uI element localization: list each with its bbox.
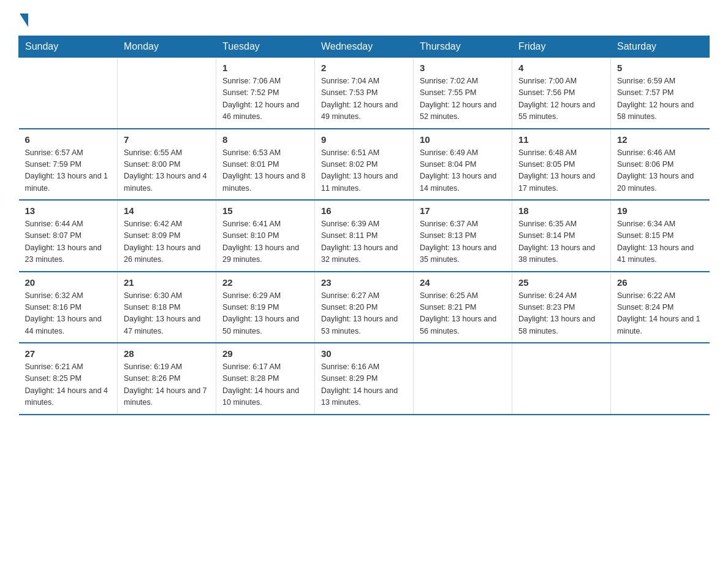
calendar-cell: 9Sunrise: 6:51 AM Sunset: 8:02 PM Daylig…: [315, 129, 414, 201]
day-number: 25: [518, 277, 604, 288]
day-info: Sunrise: 6:34 AM Sunset: 8:15 PM Dayligh…: [617, 218, 703, 266]
calendar-cell: 23Sunrise: 6:27 AM Sunset: 8:20 PM Dayli…: [315, 272, 414, 343]
calendar-cell: 7Sunrise: 6:55 AM Sunset: 8:00 PM Daylig…: [118, 129, 216, 201]
day-info: Sunrise: 6:51 AM Sunset: 8:02 PM Dayligh…: [321, 147, 407, 195]
page-header: [18, 12, 710, 25]
calendar-cell: 3Sunrise: 7:02 AM Sunset: 7:55 PM Daylig…: [414, 58, 512, 129]
day-number: 11: [518, 134, 604, 145]
col-header-sunday: Sunday: [19, 36, 118, 58]
day-number: 1: [222, 63, 308, 73]
calendar-cell: 21Sunrise: 6:30 AM Sunset: 8:18 PM Dayli…: [118, 272, 216, 343]
day-info: Sunrise: 6:32 AM Sunset: 8:16 PM Dayligh…: [25, 290, 112, 338]
calendar-cell: 12Sunrise: 6:46 AM Sunset: 8:06 PM Dayli…: [611, 129, 710, 201]
day-number: 29: [222, 348, 308, 359]
day-number: 16: [321, 205, 407, 216]
day-info: Sunrise: 6:41 AM Sunset: 8:10 PM Dayligh…: [222, 218, 308, 266]
calendar-cell: 2Sunrise: 7:04 AM Sunset: 7:53 PM Daylig…: [315, 58, 414, 129]
calendar-cell: 8Sunrise: 6:53 AM Sunset: 8:01 PM Daylig…: [216, 129, 315, 201]
day-number: 10: [420, 134, 506, 145]
day-number: 19: [617, 205, 703, 216]
calendar-week-row: 13Sunrise: 6:44 AM Sunset: 8:07 PM Dayli…: [19, 200, 710, 272]
calendar-cell: 11Sunrise: 6:48 AM Sunset: 8:05 PM Dayli…: [512, 129, 611, 201]
calendar-week-row: 1Sunrise: 7:06 AM Sunset: 7:52 PM Daylig…: [19, 58, 710, 129]
day-info: Sunrise: 6:25 AM Sunset: 8:21 PM Dayligh…: [420, 290, 506, 338]
calendar-cell: 4Sunrise: 7:00 AM Sunset: 7:56 PM Daylig…: [512, 58, 611, 129]
day-number: 9: [321, 134, 407, 145]
day-number: 28: [124, 348, 210, 359]
calendar-cell: [611, 343, 710, 415]
day-info: Sunrise: 6:16 AM Sunset: 8:29 PM Dayligh…: [321, 361, 407, 409]
day-number: 17: [420, 205, 506, 216]
calendar-cell: 26Sunrise: 6:22 AM Sunset: 8:24 PM Dayli…: [611, 272, 710, 343]
day-info: Sunrise: 6:57 AM Sunset: 7:59 PM Dayligh…: [25, 147, 112, 195]
day-info: Sunrise: 7:02 AM Sunset: 7:55 PM Dayligh…: [420, 75, 506, 123]
calendar-header-row: SundayMondayTuesdayWednesdayThursdayFrid…: [19, 36, 710, 58]
day-number: 8: [222, 134, 308, 145]
calendar-cell: 27Sunrise: 6:21 AM Sunset: 8:25 PM Dayli…: [19, 343, 118, 415]
calendar-cell: 29Sunrise: 6:17 AM Sunset: 8:28 PM Dayli…: [216, 343, 315, 415]
day-info: Sunrise: 6:46 AM Sunset: 8:06 PM Dayligh…: [617, 147, 703, 195]
calendar-week-row: 27Sunrise: 6:21 AM Sunset: 8:25 PM Dayli…: [19, 343, 710, 415]
day-info: Sunrise: 6:39 AM Sunset: 8:11 PM Dayligh…: [321, 218, 407, 266]
day-info: Sunrise: 6:17 AM Sunset: 8:28 PM Dayligh…: [222, 361, 308, 409]
day-info: Sunrise: 6:59 AM Sunset: 7:57 PM Dayligh…: [617, 75, 703, 123]
day-number: 12: [617, 134, 703, 145]
day-number: 20: [25, 277, 112, 288]
calendar-cell: 24Sunrise: 6:25 AM Sunset: 8:21 PM Dayli…: [414, 272, 512, 343]
day-number: 14: [124, 205, 210, 216]
logo-triangle-icon: [20, 13, 28, 27]
day-number: 15: [222, 205, 308, 216]
col-header-monday: Monday: [118, 36, 216, 58]
day-info: Sunrise: 6:48 AM Sunset: 8:05 PM Dayligh…: [518, 147, 604, 195]
calendar-cell: [414, 343, 512, 415]
day-number: 26: [617, 277, 703, 288]
day-info: Sunrise: 6:49 AM Sunset: 8:04 PM Dayligh…: [420, 147, 506, 195]
calendar-cell: 22Sunrise: 6:29 AM Sunset: 8:19 PM Dayli…: [216, 272, 315, 343]
day-info: Sunrise: 6:27 AM Sunset: 8:20 PM Dayligh…: [321, 290, 407, 338]
calendar-cell: [118, 58, 216, 129]
calendar-cell: [19, 58, 118, 129]
day-number: 4: [518, 63, 604, 73]
day-info: Sunrise: 7:06 AM Sunset: 7:52 PM Dayligh…: [222, 75, 308, 123]
day-number: 6: [25, 134, 112, 145]
day-number: 13: [25, 205, 112, 216]
day-info: Sunrise: 6:19 AM Sunset: 8:26 PM Dayligh…: [124, 361, 210, 409]
calendar-cell: 10Sunrise: 6:49 AM Sunset: 8:04 PM Dayli…: [414, 129, 512, 201]
calendar-cell: 1Sunrise: 7:06 AM Sunset: 7:52 PM Daylig…: [216, 58, 315, 129]
calendar-cell: 13Sunrise: 6:44 AM Sunset: 8:07 PM Dayli…: [19, 200, 118, 272]
calendar-cell: 28Sunrise: 6:19 AM Sunset: 8:26 PM Dayli…: [118, 343, 216, 415]
col-header-saturday: Saturday: [611, 36, 710, 58]
day-number: 27: [25, 348, 112, 359]
day-number: 23: [321, 277, 407, 288]
day-number: 3: [420, 63, 506, 73]
day-number: 24: [420, 277, 506, 288]
col-header-friday: Friday: [512, 36, 611, 58]
day-number: 5: [617, 63, 703, 73]
calendar-cell: 30Sunrise: 6:16 AM Sunset: 8:29 PM Dayli…: [315, 343, 414, 415]
day-number: 21: [124, 277, 210, 288]
calendar-cell: 20Sunrise: 6:32 AM Sunset: 8:16 PM Dayli…: [19, 272, 118, 343]
day-info: Sunrise: 7:04 AM Sunset: 7:53 PM Dayligh…: [321, 75, 407, 123]
calendar-cell: 25Sunrise: 6:24 AM Sunset: 8:23 PM Dayli…: [512, 272, 611, 343]
calendar-cell: 6Sunrise: 6:57 AM Sunset: 7:59 PM Daylig…: [19, 129, 118, 201]
day-info: Sunrise: 6:29 AM Sunset: 8:19 PM Dayligh…: [222, 290, 308, 338]
day-info: Sunrise: 6:22 AM Sunset: 8:24 PM Dayligh…: [617, 290, 703, 338]
day-number: 7: [124, 134, 210, 145]
calendar-cell: [512, 343, 611, 415]
day-info: Sunrise: 6:30 AM Sunset: 8:18 PM Dayligh…: [124, 290, 210, 338]
day-info: Sunrise: 6:37 AM Sunset: 8:13 PM Dayligh…: [420, 218, 506, 266]
calendar-week-row: 6Sunrise: 6:57 AM Sunset: 7:59 PM Daylig…: [19, 129, 710, 201]
day-info: Sunrise: 6:35 AM Sunset: 8:14 PM Dayligh…: [518, 218, 604, 266]
day-info: Sunrise: 6:21 AM Sunset: 8:25 PM Dayligh…: [25, 361, 112, 409]
col-header-tuesday: Tuesday: [216, 36, 315, 58]
calendar-cell: 14Sunrise: 6:42 AM Sunset: 8:09 PM Dayli…: [118, 200, 216, 272]
day-number: 22: [222, 277, 308, 288]
day-number: 2: [321, 63, 407, 73]
day-number: 18: [518, 205, 604, 216]
calendar-cell: 16Sunrise: 6:39 AM Sunset: 8:11 PM Dayli…: [315, 200, 414, 272]
calendar-week-row: 20Sunrise: 6:32 AM Sunset: 8:16 PM Dayli…: [19, 272, 710, 343]
calendar-cell: 15Sunrise: 6:41 AM Sunset: 8:10 PM Dayli…: [216, 200, 315, 272]
day-info: Sunrise: 6:42 AM Sunset: 8:09 PM Dayligh…: [124, 218, 210, 266]
calendar-cell: 17Sunrise: 6:37 AM Sunset: 8:13 PM Dayli…: [414, 200, 512, 272]
day-info: Sunrise: 6:53 AM Sunset: 8:01 PM Dayligh…: [222, 147, 308, 195]
